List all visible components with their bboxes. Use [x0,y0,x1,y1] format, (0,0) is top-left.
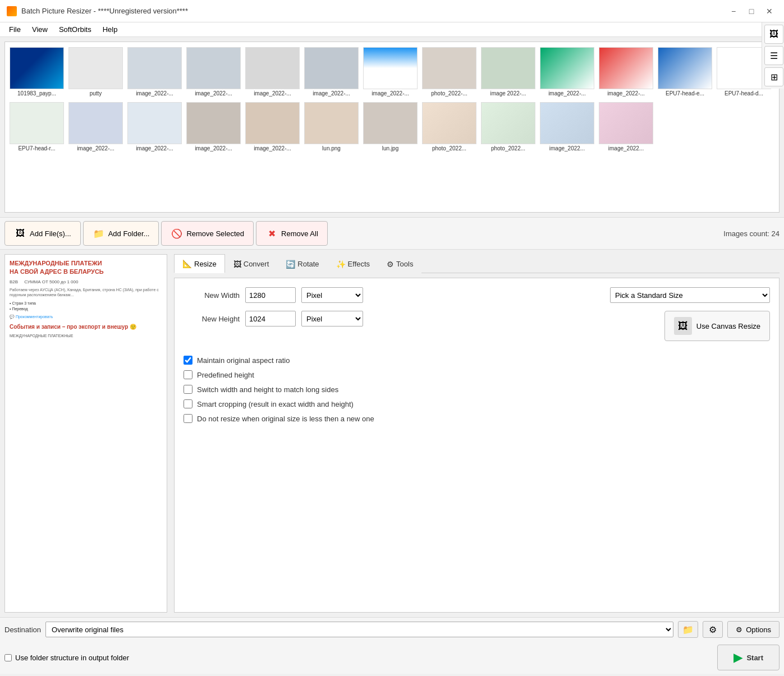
thumb-image-3 [186,47,241,89]
new-width-unit-select[interactable]: Pixel Percent Inch [301,287,363,303]
thumbnail-20[interactable]: photo_2022... [420,99,479,154]
thumbnail-9[interactable]: image_2022-... [538,44,597,99]
resize-tab-icon: 📐 [182,259,192,268]
thumb-label-2: image_2022-... [127,90,182,96]
menu-bar: File View SoftOrbits Help [0,22,784,37]
thumbnail-11[interactable]: EPU7-head-e... [655,44,714,99]
thumbnail-21[interactable]: photo_2022... [479,99,538,154]
thumb-image-20 [422,102,476,144]
thumb-label-1: putty [68,90,123,96]
close-button[interactable]: ✕ [762,3,777,19]
thumb-image-4 [245,47,300,89]
menu-softorbits[interactable]: SoftOrbits [54,24,96,35]
standard-size-select[interactable]: Pick a Standard Size [610,287,770,303]
smart-crop-checkbox[interactable] [184,399,192,408]
start-button[interactable]: ▶ Start [717,645,780,670]
canvas-resize-icon: 🖼 [674,317,692,335]
options-button[interactable]: ⚙ Options [727,621,780,638]
maximize-button[interactable]: □ [744,3,759,19]
right-panel-table-btn[interactable]: ⊞ [764,67,783,86]
thumbnail-2[interactable]: image_2022-... [125,44,184,99]
tab-resize[interactable]: 📐 Resize [174,254,225,273]
add-folder-button[interactable]: 📁 Add Folder... [83,221,159,246]
destination-select[interactable]: Overwrite original files Save to output … [45,622,673,637]
thumbnail-18[interactable]: lun.png [302,99,361,154]
thumb-label-19: lun.jpg [363,145,418,151]
window-controls: − □ ✕ [726,3,777,19]
new-height-input[interactable] [245,311,296,326]
thumbnail-10[interactable]: image_2022-... [597,44,655,99]
thumbnail-16[interactable]: image_2022-... [184,99,243,154]
thumb-label-16: image_2022-... [186,145,241,151]
thumb-label-12: EPU7-head-d... [717,90,771,96]
thumbnail-7[interactable]: photo_2022-... [420,44,479,99]
thumb-label-23: image_2022... [599,145,653,151]
switch-dimensions-row: Switch width and height to match long si… [184,385,770,394]
thumbnail-19[interactable]: lun.jpg [361,99,420,154]
tab-effects[interactable]: ✨ Effects [328,254,379,273]
thumbnail-0[interactable]: 101983_payp... [7,44,66,99]
tab-rotate[interactable]: 🔄 Rotate [277,254,327,273]
thumb-label-13: EPU7-head-r... [10,145,64,151]
thumb-image-21 [481,102,535,144]
thumbnail-17[interactable]: image_2022-... [243,99,302,154]
add-files-button[interactable]: 🖼 Add File(s)... [4,221,81,246]
resize-settings: New Width Pixel Percent Inch New Height [174,278,780,613]
new-width-input[interactable] [245,287,296,303]
folder-structure-checkbox[interactable] [4,654,12,661]
folder-structure-row: Use folder structure in output folder [4,654,129,662]
thumbnail-4[interactable]: image_2022-... [243,44,302,99]
thumbnail-13[interactable]: EPU7-head-r... [7,99,66,154]
canvas-resize-button[interactable]: 🖼 Use Canvas Resize [664,311,770,341]
no-resize-checkbox[interactable] [184,414,192,423]
menu-view[interactable]: View [27,24,52,35]
add-files-icon: 🖼 [14,227,26,240]
right-fields: Pick a Standard Size 🖼 Use Canvas Resize [610,287,770,349]
thumbnail-23[interactable]: image_2022... [597,99,655,154]
thumb-image-8 [481,47,535,89]
thumb-image-0 [10,47,64,89]
tab-tools[interactable]: ⚙ Tools [378,254,421,273]
right-panel-list-btn[interactable]: ☰ [764,46,783,65]
remove-all-button[interactable]: ✖ Remove All [256,221,328,246]
new-height-unit-select[interactable]: Pixel Percent Inch [301,311,363,326]
thumb-label-4: image_2022-... [245,90,300,96]
thumbnail-22[interactable]: image_2022... [538,99,597,154]
thumbnail-6[interactable]: image_2022-... [361,44,420,99]
thumbnail-15[interactable]: image_2022-... [125,99,184,154]
thumb-label-11: EPU7-head-e... [658,90,712,96]
options-gear-button[interactable]: ⚙ [703,621,723,638]
thumb-label-21: photo_2022... [481,145,535,151]
image-grid[interactable]: 101983_payp...puttyimage_2022-...image_2… [4,42,780,213]
thumbnail-14[interactable]: image_2022-... [66,99,125,154]
app-icon [7,6,17,16]
destination-label: Destination [4,626,41,634]
destination-browse-button[interactable]: 📁 [678,621,698,638]
predefined-height-checkbox[interactable] [184,370,192,379]
remove-selected-button[interactable]: 🚫 Remove Selected [161,221,254,246]
menu-help[interactable]: Help [98,24,122,35]
preview-content: МЕЖДУНАРОДНЫЕ ПЛАТЕЖИНА СВОЙ АДРЕС В БЕЛ… [5,255,167,612]
menu-file[interactable]: File [4,24,25,35]
thumb-label-17: image_2022-... [245,145,300,151]
right-panel: 🖼 ☰ ⊞ [762,22,784,89]
add-folder-icon: 📁 [93,227,105,240]
switch-dimensions-checkbox[interactable] [184,385,192,394]
thumbnail-5[interactable]: image_2022-... [302,44,361,99]
thumb-image-7 [422,47,476,89]
thumbnail-3[interactable]: image_2022-... [184,44,243,99]
minimize-button[interactable]: − [726,3,741,19]
thumbnail-1[interactable]: putty [66,44,125,99]
right-panel-images-btn[interactable]: 🖼 [764,25,783,44]
new-width-row: New Width Pixel Percent Inch [184,287,363,303]
maintain-aspect-checkbox[interactable] [184,356,192,365]
thumb-label-0: 101983_payp... [10,90,64,96]
thumb-image-23 [599,102,653,144]
thumbnail-8[interactable]: image 2022-... [479,44,538,99]
new-width-label: New Width [184,291,240,300]
thumb-image-22 [540,102,594,144]
bottom-bar: Use folder structure in output folder ▶ … [0,641,784,674]
settings-panel: 📐 Resize 🖼 Convert 🔄 Rotate ✨ Effects ⚙ [174,254,780,613]
thumb-image-14 [68,102,123,144]
tab-convert[interactable]: 🖼 Convert [225,254,278,273]
